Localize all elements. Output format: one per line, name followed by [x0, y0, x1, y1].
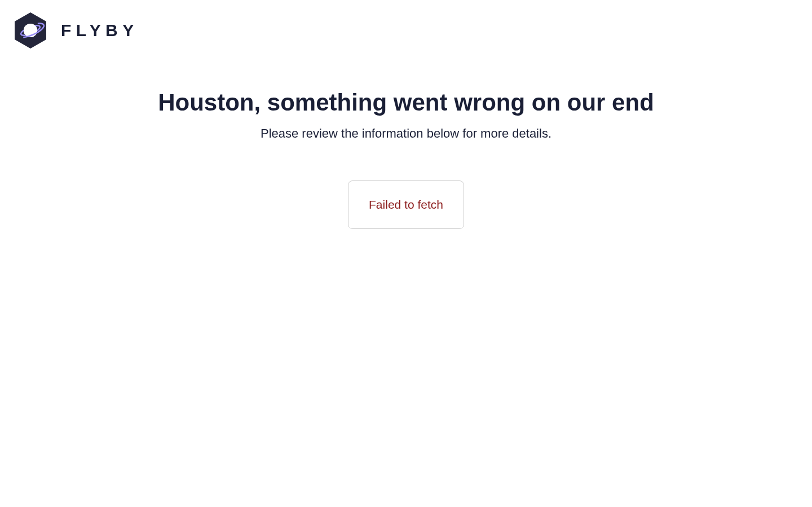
brand-logo-icon [15, 12, 46, 49]
header: FLYBY [0, 0, 812, 61]
brand-name: FLYBY [61, 21, 139, 40]
error-message: Failed to fetch [369, 198, 443, 211]
error-details-box: Failed to fetch [348, 180, 464, 229]
error-subtitle: Please review the information below for … [261, 126, 551, 141]
error-content: Houston, something went wrong on our end… [0, 61, 812, 229]
error-title: Houston, something went wrong on our end [158, 89, 654, 116]
